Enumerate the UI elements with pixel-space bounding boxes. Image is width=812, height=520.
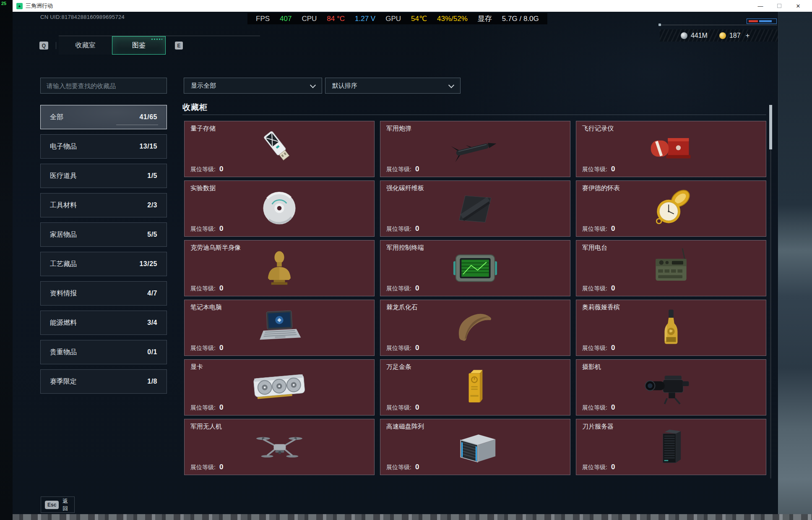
display-level-label: 展位等级: [190, 464, 216, 471]
window-title: 三角洲行动 [26, 2, 53, 10]
silver-currency-amount: 441M [691, 32, 708, 39]
chevron-down-icon [448, 82, 454, 88]
collection-card-显卡[interactable]: 显卡展位等级:0 [184, 359, 375, 415]
maximize-button[interactable] [776, 2, 783, 10]
category-count: 0/1 [147, 348, 157, 356]
gpu-watermark-badge [747, 18, 777, 24]
display-filter-dropdown[interactable]: 显示全部 [184, 78, 322, 94]
display-level-value: 0 [415, 403, 419, 412]
performance-overlay: FPS407CPU84 °C1.27 VGPU54℃43%/52%显存5.7G … [247, 13, 547, 24]
sidebar-item-工具材料[interactable]: 工具材料2/3 [40, 193, 167, 217]
collection-card-刀片服务器[interactable]: 刀片服务器展位等级:0 [576, 419, 766, 475]
scrollbar-track[interactable] [770, 105, 771, 478]
display-level-label: 展位等级: [190, 404, 216, 412]
sidebar-item-全部[interactable]: 全部41/65 [40, 105, 167, 129]
back-button[interactable]: Esc 返回 [41, 496, 75, 513]
sidebar-item-家居物品[interactable]: 家居物品5/5 [40, 222, 167, 247]
sidebar-item-工艺藏品[interactable]: 工艺藏品13/25 [40, 252, 167, 276]
minimize-button[interactable]: — [757, 2, 764, 10]
display-level-value: 0 [611, 165, 615, 173]
active-count-underline [116, 125, 158, 125]
sort-dropdown[interactable]: 默认排序 [325, 78, 461, 94]
sidebar-item-资料情报[interactable]: 资料情报4/7 [40, 281, 167, 306]
display-level-value: 0 [415, 284, 419, 293]
category-label: 全部 [50, 113, 63, 122]
category-count: 4/7 [147, 290, 157, 297]
category-label: 能源燃料 [50, 319, 77, 327]
display-level: 展位等级:0 [190, 344, 223, 352]
display-level-label: 展位等级: [582, 345, 607, 352]
display-level-label: 展位等级: [386, 285, 411, 293]
scrollbar-thumb[interactable] [769, 105, 772, 149]
display-level-label: 展位等级: [386, 345, 411, 352]
display-level: 展位等级:0 [190, 463, 223, 471]
display-level-value: 0 [611, 463, 615, 471]
collection-card-高速磁盘阵列[interactable]: 高速磁盘阵列展位等级:0 [380, 419, 570, 475]
tab-collection-room[interactable]: 收藏室 [59, 36, 112, 55]
display-level: 展位等级:0 [386, 463, 419, 471]
collection-card-军用电台[interactable]: 军用电台展位等级:0 [576, 240, 766, 296]
progress-line [660, 25, 777, 25]
background-fps-counter: 25 [1, 1, 6, 6]
display-level-label: 展位等级: [582, 404, 607, 412]
collection-card-强化碳纤维板[interactable]: 强化碳纤维板展位等级:0 [380, 180, 570, 237]
display-level-value: 0 [219, 284, 223, 293]
vram-label: 显存 [478, 14, 492, 24]
sidebar-item-能源燃料[interactable]: 能源燃料3/4 [40, 311, 167, 335]
display-level: 展位等级:0 [582, 463, 615, 471]
collection-card-赛伊德的怀表[interactable]: 赛伊德的怀表展位等级:0 [576, 180, 766, 237]
collection-grid: 量子存储展位等级:0军用炮弹展位等级:0飞行记录仪展位等级:0实验数据展位等级:… [184, 121, 766, 475]
tab-catalog[interactable]: 图鉴 [112, 36, 166, 55]
display-level: 展位等级:0 [190, 165, 223, 173]
sidebar-item-赛季限定[interactable]: 赛季限定1/8 [40, 369, 167, 394]
bottom-texture-strip [13, 514, 812, 520]
category-count: 1/5 [147, 172, 157, 180]
category-label: 资料情报 [50, 289, 77, 298]
tab-divider [56, 42, 56, 49]
badge-blue-mark [759, 20, 772, 22]
sidebar-item-医疗道具[interactable]: 医疗道具1/5 [40, 164, 167, 188]
silver-currency[interactable]: 441M [681, 32, 708, 39]
app-logo-icon: ▲ [16, 3, 23, 9]
window-controls: — ✕ [757, 2, 812, 10]
display-level-value: 0 [219, 463, 223, 471]
cpu-temp: 84 °C [327, 15, 345, 23]
display-level-value: 0 [611, 344, 615, 352]
collection-card-克劳迪乌斯半身像[interactable]: 克劳迪乌斯半身像展位等级:0 [184, 240, 375, 296]
collection-card-棘龙爪化石[interactable]: 棘龙爪化石展位等级:0 [380, 300, 570, 356]
collection-card-笔记本电脑[interactable]: 笔记本电脑展位等级:0 [184, 300, 375, 356]
gpu-load: 43%/52% [437, 15, 468, 23]
sidebar-item-贵重物品[interactable]: 贵重物品0/1 [40, 340, 167, 364]
collection-card-万足金条[interactable]: 万足金条展位等级:0 [380, 359, 570, 415]
collection-card-量子存储[interactable]: 量子存储展位等级:0 [184, 121, 375, 177]
search-input[interactable] [40, 78, 167, 94]
collection-card-军用炮弹[interactable]: 军用炮弹展位等级:0 [380, 121, 570, 177]
gold-currency[interactable]: 187+ [719, 32, 750, 39]
display-level-value: 0 [611, 403, 615, 412]
game-main-panel: CN UID:81784288160989695724 FPS407CPU84 … [13, 12, 812, 520]
collection-cabinet-title: 收藏柜 [182, 102, 208, 113]
category-count: 13/25 [139, 260, 157, 268]
collection-card-飞行记录仪[interactable]: 飞行记录仪展位等级:0 [576, 121, 766, 177]
window-titlebar: ▲ 三角洲行动 — ✕ [13, 0, 812, 12]
collection-card-摄影机[interactable]: 摄影机展位等级:0 [576, 359, 766, 415]
cpu-voltage: 1.27 V [355, 15, 375, 23]
fps-value: 407 [280, 15, 291, 23]
sidebar-item-电子物品[interactable]: 电子物品13/15 [40, 134, 167, 159]
category-label: 家居物品 [50, 230, 77, 239]
collection-card-军用无人机[interactable]: 军用无人机展位等级:0 [184, 419, 375, 475]
close-button[interactable]: ✕ [794, 2, 802, 10]
display-level: 展位等级:0 [582, 284, 615, 293]
collection-card-军用控制终端[interactable]: 军用控制终端展位等级:0 [380, 240, 570, 296]
collection-card-实验数据[interactable]: 实验数据展位等级:0 [184, 180, 375, 237]
display-level-label: 展位等级: [582, 464, 607, 471]
add-currency-button[interactable]: + [746, 32, 750, 39]
collection-card-奥莉薇娅香槟[interactable]: 奥莉薇娅香槟展位等级:0 [576, 300, 766, 356]
display-level-value: 0 [219, 165, 223, 173]
cpu-label: CPU [302, 15, 317, 23]
display-level: 展位等级:0 [190, 225, 223, 233]
screen: 25 ▲ 三角洲行动 — ✕ CN UID:817842881609896957… [0, 0, 812, 520]
display-level-value: 0 [415, 463, 419, 471]
display-level-label: 展位等级: [190, 285, 216, 293]
chevron-down-icon [310, 82, 316, 88]
